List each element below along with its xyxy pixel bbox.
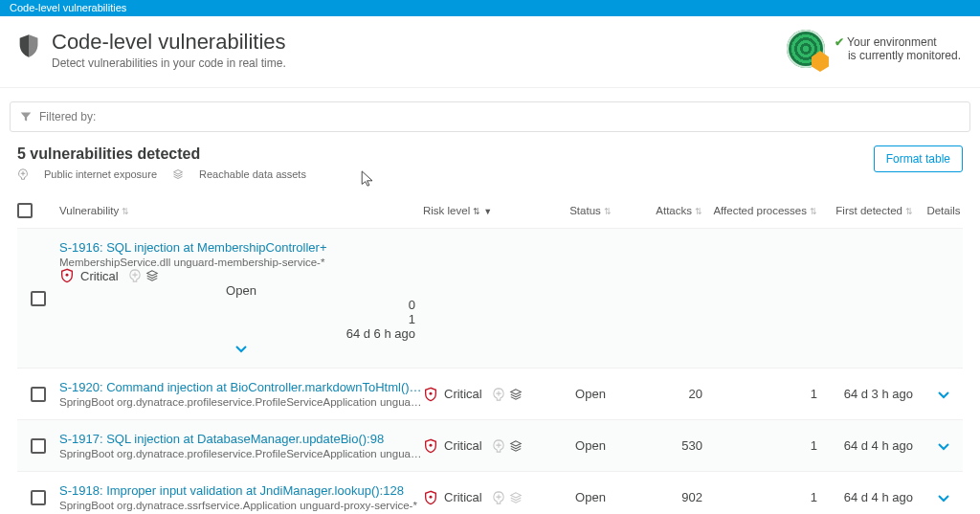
- reachable-icon: [172, 168, 184, 180]
- critical-icon: [423, 387, 438, 402]
- risk-cell: Critical: [423, 387, 547, 402]
- reachable-icon: [145, 269, 159, 282]
- col-risk[interactable]: Risk level⇅▼: [423, 205, 547, 216]
- breadcrumb: Code-level vulnerabilities: [0, 0, 980, 16]
- reachable-icon: [509, 491, 523, 504]
- vulnerability-subtitle: SpringBoot org.dynatrace.ssrfservice.App…: [59, 500, 423, 511]
- critical-icon: [59, 268, 75, 283]
- filter-bar[interactable]: Filtered by:: [10, 101, 970, 132]
- table-row: S-1920: Command injection at BioControll…: [17, 368, 963, 419]
- vulnerability-link[interactable]: S-1917: SQL injection at DatabaseManager…: [59, 432, 423, 446]
- details-toggle[interactable]: [921, 387, 967, 402]
- details-toggle[interactable]: [59, 341, 423, 356]
- col-status[interactable]: Status⇅: [547, 205, 634, 216]
- status-cell: Open: [547, 387, 634, 401]
- processes-cell: 1: [710, 438, 825, 453]
- attacks-cell: 902: [634, 490, 710, 504]
- env-status: ✔ Your environment is currently monitore…: [787, 30, 961, 68]
- detected-cell: 64 d 3 h ago: [825, 387, 921, 401]
- processes-cell: 1: [710, 387, 825, 401]
- vulnerability-link[interactable]: S-1918: Improper input validation at Jnd…: [59, 483, 423, 498]
- col-detected[interactable]: First detected⇅: [825, 205, 921, 216]
- exposure-icon: [492, 388, 505, 401]
- page-title: Code-level vulnerabilities: [52, 30, 787, 55]
- legend: Public internet exposure Reachable data …: [17, 168, 306, 180]
- row-checkbox[interactable]: [31, 438, 46, 454]
- exposure-icon: [128, 269, 142, 282]
- risk-cell: Critical: [423, 490, 547, 505]
- exposure-icon: [492, 439, 505, 453]
- exposure-icon: [17, 168, 29, 180]
- col-details: Details: [921, 205, 967, 216]
- vulnerability-subtitle: SpringBoot org.dynatrace.profileservice.…: [59, 396, 423, 408]
- reachable-icon: [509, 439, 523, 453]
- shield-icon: [15, 33, 42, 59]
- details-toggle[interactable]: [921, 438, 967, 454]
- row-checkbox[interactable]: [31, 490, 46, 505]
- svg-point-0: [66, 274, 69, 277]
- summary-heading: 5 vulnerabilities detected: [17, 145, 306, 163]
- table-row: S-1917: SQL injection at DatabaseManager…: [17, 419, 963, 471]
- select-all-checkbox[interactable]: [17, 203, 33, 218]
- reachable-icon: [509, 388, 523, 401]
- vulnerability-link[interactable]: S-1916: SQL injection at MembershipContr…: [59, 240, 423, 268]
- table-row: S-1916: SQL injection at MembershipContr…: [17, 228, 963, 368]
- attacks-cell: 20: [634, 387, 710, 401]
- col-vulnerability[interactable]: Vulnerability⇅: [59, 205, 423, 216]
- processes-cell: 1: [710, 490, 825, 504]
- check-icon: ✔: [835, 35, 844, 49]
- processes-cell: 1: [59, 312, 423, 326]
- vulnerability-subtitle: MembershipService.dll unguard-membership…: [59, 257, 423, 268]
- attacks-cell: 530: [634, 438, 710, 453]
- details-toggle[interactable]: [921, 490, 967, 505]
- vulnerability-subtitle: SpringBoot org.dynatrace.profileservice.…: [59, 448, 423, 459]
- table-row: S-1918: Improper input validation at Jnd…: [17, 471, 963, 514]
- table-header: Vulnerability⇅ Risk level⇅▼ Status⇅ Atta…: [17, 197, 963, 228]
- detected-cell: 64 d 4 h ago: [825, 490, 921, 504]
- critical-icon: [423, 438, 438, 454]
- risk-cell: Critical: [59, 268, 423, 283]
- funnel-icon: [20, 111, 32, 123]
- page-subtitle: Detect vulnerabilities in your code in r…: [52, 56, 787, 70]
- status-cell: Open: [547, 490, 634, 504]
- vulnerability-table: Vulnerability⇅ Risk level⇅▼ Status⇅ Atta…: [17, 197, 963, 514]
- detected-cell: 64 d 6 h ago: [59, 326, 423, 341]
- svg-point-3: [430, 495, 433, 498]
- row-checkbox[interactable]: [31, 291, 46, 306]
- col-attacks[interactable]: Attacks⇅: [634, 205, 710, 216]
- status-cell: Open: [547, 438, 634, 453]
- svg-point-1: [430, 391, 433, 394]
- format-table-button[interactable]: Format table: [874, 145, 963, 172]
- risk-cell: Critical: [423, 438, 547, 454]
- row-checkbox[interactable]: [31, 387, 46, 402]
- col-processes[interactable]: Affected processes⇅: [710, 205, 825, 216]
- critical-icon: [423, 490, 438, 505]
- exposure-icon: [492, 491, 505, 504]
- filter-label: Filtered by:: [39, 110, 96, 123]
- status-cell: Open: [59, 283, 423, 298]
- detected-cell: 64 d 4 h ago: [825, 438, 921, 453]
- radar-icon: [787, 30, 825, 68]
- attacks-cell: 0: [59, 298, 423, 312]
- page-header: Code-level vulnerabilities Detect vulner…: [0, 16, 980, 88]
- svg-point-2: [430, 443, 433, 446]
- vulnerability-link[interactable]: S-1920: Command injection at BioControll…: [59, 380, 423, 394]
